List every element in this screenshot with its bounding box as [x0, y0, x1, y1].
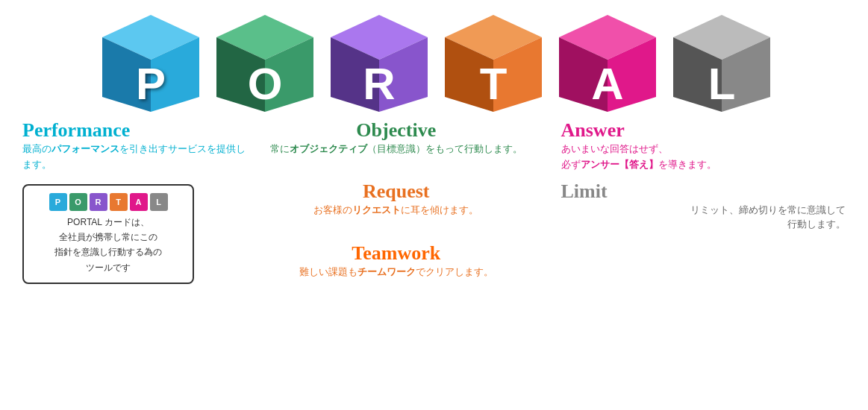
objective-desc-after: （目標意識）をもって行動します。	[367, 143, 522, 154]
request-desc-after: に耳を傾けます。	[401, 204, 478, 215]
svg-text:P: P	[135, 59, 165, 109]
mini-cube-R: R	[90, 193, 107, 211]
svg-text:R: R	[363, 59, 395, 109]
limit-desc-line2: 行動します。	[787, 218, 846, 230]
cube-T: T	[437, 11, 546, 112]
performance-title: Performance	[22, 119, 246, 142]
cube-O: O	[209, 11, 317, 112]
objective-desc-before: 常に	[270, 143, 290, 154]
answer-desc: あいまいな回答はせず、 必ずアンサー【答え】を導きます。	[561, 142, 846, 173]
limit-desc: リミット、締め切りを常に意識して 行動します。	[561, 203, 846, 232]
teamwork-title: Teamwork	[246, 242, 546, 265]
answer-title: Answer	[561, 119, 846, 142]
performance-desc-before: 最高の	[22, 143, 51, 154]
svg-text:T: T	[479, 59, 507, 109]
performance-block: Performance 最高のパフォーマンスを引き出すサービスを提供します。	[22, 116, 246, 177]
answer-block: Answer あいまいな回答はせず、 必ずアンサー【答え】を導きます。	[546, 116, 846, 177]
portal-card-block: P O R T A L PORTAL カードは、 全社員が携帯し常にこの 指針を…	[22, 177, 246, 288]
objective-desc-highlight: オブジェクティブ	[290, 143, 367, 154]
request-title: Request	[246, 180, 546, 203]
request-block: Request お客様のリクエストに耳を傾けます。	[246, 177, 546, 239]
svg-text:L: L	[708, 59, 735, 109]
answer-desc-line1: あいまいな回答はせず、	[561, 142, 846, 157]
request-desc: お客様のリクエストに耳を傾けます。	[246, 203, 546, 218]
mini-cube-P: P	[49, 193, 67, 211]
limit-block: Limit リミット、締め切りを常に意識して 行動します。	[546, 177, 846, 239]
portal-card-text: PORTAL カードは、 全社員が携帯し常にこの 指針を意識し行動する為の ツー…	[35, 215, 181, 276]
objective-desc: 常にオブジェクティブ（目標意識）をもって行動します。	[246, 142, 546, 157]
teamwork-desc: 難しい課題もチームワークでクリアします。	[246, 265, 546, 280]
answer-desc-before: 必ず	[561, 159, 581, 170]
teamwork-block: Teamwork 難しい課題もチームワークでクリアします。	[246, 239, 546, 288]
objective-block: Objective 常にオブジェクティブ（目標意識）をもって行動します。	[246, 116, 546, 177]
teamwork-desc-after: でクリアします。	[416, 266, 493, 277]
performance-desc-highlight: パフォーマンス	[51, 143, 119, 154]
portal-card-line3: 指針を意識し行動する為の	[54, 247, 162, 257]
mini-cube-T: T	[110, 193, 128, 211]
answer-desc-line2: 必ずアンサー【答え】を導きます。	[561, 157, 846, 173]
teamwork-desc-before: 難しい課題も	[299, 266, 357, 277]
answer-desc-after: を導きます。	[658, 159, 716, 170]
portal-card-mini-cubes: P O R T A L	[35, 193, 181, 211]
objective-title: Objective	[246, 119, 546, 142]
cube-L: L	[666, 11, 774, 112]
mini-cube-L: L	[150, 193, 168, 211]
content-area: Performance 最高のパフォーマンスを引き出すサービスを提供します。 O…	[0, 116, 868, 288]
limit-title: Limit	[561, 180, 846, 203]
request-desc-before: お客様の	[313, 204, 352, 215]
answer-desc-highlight: アンサー【答え】	[581, 159, 658, 170]
portal-card-line2: 全社員が携帯し常にこの	[59, 232, 157, 242]
cube-A: A	[552, 11, 660, 112]
request-desc-highlight: リクエスト	[352, 204, 401, 215]
cube-R: R	[323, 11, 431, 112]
portal-card-box: P O R T A L PORTAL カードは、 全社員が携帯し常にこの 指針を…	[22, 184, 194, 285]
svg-text:O: O	[247, 59, 282, 109]
performance-desc: 最高のパフォーマンスを引き出すサービスを提供します。	[22, 142, 246, 173]
mini-cube-O: O	[69, 193, 87, 211]
portal-card-line1: PORTAL カードは、	[67, 217, 149, 227]
cubes-row: P O R T A L	[0, 0, 868, 116]
limit-desc-line1: リミット、締め切りを常に意識して	[690, 204, 846, 215]
cube-P: P	[95, 11, 203, 112]
mini-cube-A: A	[130, 193, 148, 211]
portal-card-line4: ツールです	[86, 262, 131, 273]
svg-text:A: A	[591, 59, 623, 109]
teamwork-desc-highlight: チームワーク	[357, 266, 416, 277]
